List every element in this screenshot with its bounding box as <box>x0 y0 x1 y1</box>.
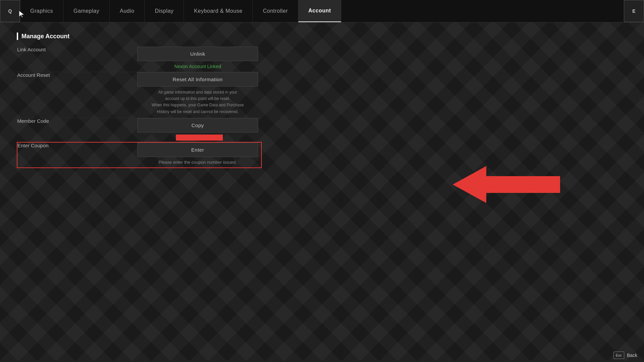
nav-bar: Q Graphics Gameplay Audio Display Keyboa… <box>0 0 644 22</box>
nexon-linked-status: Nexon Account Linked <box>137 61 258 72</box>
main-content: Manage Account Link Account Unlink Nexon… <box>0 22 644 178</box>
arrow-container <box>453 164 560 206</box>
red-arrow-icon <box>453 164 560 205</box>
nav-spacer <box>341 0 624 22</box>
enter-coupon-label: Enter Coupon <box>17 143 49 148</box>
settings-table: Link Account Unlink Nexon Account Linked… <box>17 47 262 168</box>
member-code-controls: Copy <box>137 118 261 142</box>
copy-button[interactable]: Copy <box>137 118 258 133</box>
account-reset-label: Account Reset <box>17 72 50 78</box>
reset-description: All game information and data stored in … <box>137 87 258 118</box>
account-reset-controls: Reset All Information All game informati… <box>137 72 261 118</box>
enter-coupon-button[interactable]: Enter <box>137 143 258 157</box>
member-code-label: Member Code <box>17 118 49 124</box>
link-account-label: Link Account <box>17 47 46 52</box>
enter-coupon-controls: Enter Please enter the coupon number iss… <box>137 142 261 168</box>
back-label: Back <box>627 353 637 358</box>
nav-key-q[interactable]: Q <box>0 0 20 22</box>
bottom-bar: Esc Back <box>577 349 644 362</box>
tab-audio[interactable]: Audio <box>110 0 145 22</box>
tab-display[interactable]: Display <box>145 0 184 22</box>
link-account-row: Link Account Unlink Nexon Account Linked <box>17 47 261 72</box>
link-account-controls: Unlink Nexon Account Linked <box>137 47 261 72</box>
cursor <box>18 10 25 17</box>
member-code-bar <box>176 135 223 141</box>
account-reset-row: Account Reset Reset All Information All … <box>17 72 261 118</box>
unlink-button[interactable]: Unlink <box>137 47 258 61</box>
tab-controller[interactable]: Controller <box>253 0 298 22</box>
tab-graphics[interactable]: Graphics <box>20 0 63 22</box>
esc-key[interactable]: Esc <box>613 352 624 359</box>
enter-coupon-row: Enter Coupon Enter Please enter the coup… <box>17 142 261 168</box>
member-code-row: Member Code Copy <box>17 118 261 142</box>
tab-account[interactable]: Account <box>298 0 342 22</box>
section-title: Manage Account <box>17 33 627 40</box>
tab-gameplay[interactable]: Gameplay <box>63 0 110 22</box>
nav-key-e[interactable]: E <box>624 0 644 22</box>
tab-keyboard-mouse[interactable]: Keyboard & Mouse <box>184 0 253 22</box>
coupon-description: Please enter the coupon number issued. <box>137 157 258 167</box>
reset-all-button[interactable]: Reset All Information <box>137 72 258 87</box>
svg-marker-0 <box>453 166 560 203</box>
